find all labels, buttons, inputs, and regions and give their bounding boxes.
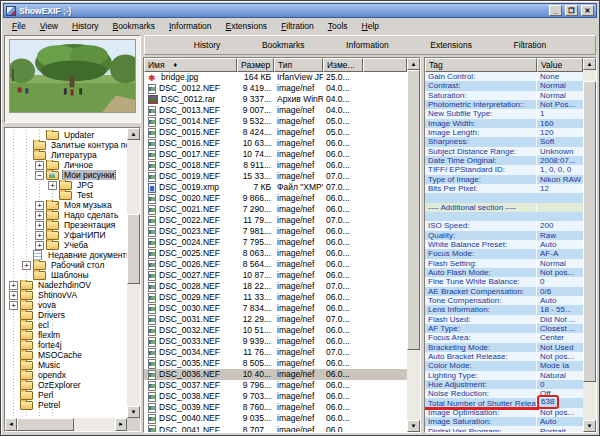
scroll-up-icon[interactable]: ▲ — [583, 58, 596, 70]
tag-row[interactable]: Bits Per Pixel: 12 — [425, 184, 583, 193]
tree-horizontal-scrollbar[interactable]: ◄ ► — [5, 418, 127, 431]
maximize-button[interactable]: ❐ — [565, 5, 578, 16]
tree-item[interactable]: opendx — [5, 370, 140, 380]
tree-expander[interactable]: + — [35, 221, 44, 230]
tag-row[interactable]: AF Type: Closest ... — [425, 324, 583, 333]
tree-expander[interactable]: + — [35, 161, 44, 170]
tree-item[interactable]: + УфаНИПИ — [5, 230, 140, 240]
tree-item[interactable]: + Моя музыка — [5, 200, 140, 210]
tree-item[interactable]: Drivers — [5, 310, 140, 320]
tag-row[interactable]: Auto Flash Mode: Not pos... — [425, 268, 583, 277]
file-row[interactable]: DSC_0012.rar 9 337... Архив WinR... 04.0… — [144, 94, 407, 105]
scroll-thumb[interactable] — [583, 81, 596, 382]
scroll-left-icon[interactable]: ◄ — [5, 418, 17, 431]
tree-item[interactable]: Литература — [5, 150, 140, 160]
close-button[interactable]: ✕ — [581, 5, 594, 16]
file-row[interactable]: DSC_0019.NEF 15 33... image/nef 07.0... — [144, 171, 407, 182]
scroll-down-icon[interactable]: ▼ — [127, 406, 140, 418]
column-header-value[interactable]: Value — [537, 58, 583, 72]
tag-row[interactable]: Photometric Interpretation:: Not Pos... — [425, 100, 583, 109]
tree-item[interactable]: Недавние документы — [5, 250, 140, 260]
tab-item[interactable]: History — [188, 38, 226, 52]
tag-row[interactable]: Image Width: 160 — [425, 119, 583, 128]
tree-expander[interactable]: + — [35, 201, 44, 210]
tree-item[interactable]: + NadezhdinOV — [5, 280, 140, 290]
file-row[interactable]: DSC_0038.NEF 9 703... image/nef 06.0... — [144, 391, 407, 402]
file-row[interactable]: DSC_0040.NEF 9 035... image/nef 06.0... — [144, 413, 407, 424]
tag-row[interactable]: Bracketing Mode: Not Used — [425, 343, 583, 352]
file-row[interactable]: DSC_0019.xmp 7 КБ Файл "XMP" 07.0... — [144, 182, 407, 193]
tree-expander[interactable]: + — [35, 211, 44, 220]
tag-row[interactable] — [425, 212, 583, 221]
tree-item[interactable]: + Рабочий стол — [5, 260, 140, 270]
tag-row[interactable]: TIFF/ EPStandard ID: 1, 0, 0, 0 — [425, 165, 583, 174]
column-header-name[interactable]: Имя♦ — [144, 58, 237, 72]
tag-row[interactable]: Fine Tune White Balance: 0 — [425, 277, 583, 286]
tree-item[interactable]: MSOCache — [5, 350, 140, 360]
tag-row[interactable]: Color Mode: Mode Ia — [425, 361, 583, 370]
tree-item[interactable]: ecl — [5, 320, 140, 330]
file-row[interactable]: DSC_0032.NEF 10 51... image/nef 06.0... — [144, 325, 407, 336]
tree-item[interactable]: − Мои рисунки — [5, 170, 140, 180]
column-header-tag[interactable]: Tag — [425, 58, 537, 72]
menu-item[interactable]: File — [6, 20, 32, 32]
file-row[interactable]: DSC_0041.NEF 8 707... image/nef 06.0... — [144, 425, 407, 433]
tag-row[interactable]: Tone Compensation: Auto — [425, 296, 583, 305]
file-row[interactable]: DSC_0026.NEF 8 564... image/nef 06.0... — [144, 259, 407, 270]
scroll-track[interactable] — [583, 70, 596, 420]
menu-item[interactable]: Tools — [322, 20, 354, 32]
tag-row[interactable]: Date Time Original: 2008:07... — [425, 156, 583, 165]
file-row[interactable]: DSC_0020.NEF 9 866... image/nef 06.0... — [144, 193, 407, 204]
scroll-right-icon[interactable]: ► — [115, 418, 127, 431]
tree-item[interactable]: Petrel — [5, 400, 140, 410]
file-row[interactable]: DSC_0030.NEF 7 834... image/nef 06.0... — [144, 303, 407, 314]
tab-item[interactable]: Bookmarks — [256, 38, 311, 52]
file-row[interactable]: DSC_0039.NEF 8 760... image/nef 06.0... — [144, 402, 407, 413]
minimize-button[interactable]: _ — [549, 5, 562, 16]
tag-row[interactable]: Auto Bracket Release: Not pos... — [425, 352, 583, 361]
tree-item[interactable]: Music — [5, 360, 140, 370]
tree-item[interactable]: + Личное — [5, 160, 140, 170]
tag-row[interactable]: AE Bracket Compensation: 0/6 — [425, 287, 583, 296]
tree-expander[interactable]: + — [9, 291, 18, 300]
tree-expander[interactable]: + — [9, 281, 18, 290]
scroll-up-icon[interactable]: ▲ — [127, 128, 140, 140]
menu-item[interactable]: Help — [356, 20, 385, 32]
file-row[interactable]: DSC_0016.NEF 10 63... image/nef 06.0... — [144, 138, 407, 149]
tab-item[interactable]: Extensions — [424, 38, 478, 52]
tag-row[interactable]: Sharpness: Soft — [425, 137, 583, 146]
scroll-thumb[interactable] — [17, 418, 74, 431]
menu-item[interactable]: Filtration — [275, 20, 320, 32]
file-row[interactable]: DSC_0029.NEF 11 33... image/nef 06.0... — [144, 292, 407, 303]
tag-row[interactable]: Type of Image: Nikon RAW — [425, 175, 583, 184]
tree-item[interactable]: flexlm — [5, 330, 140, 340]
file-row[interactable]: DSC_0034.NEF 11 76... image/nef 07.0... — [144, 347, 407, 358]
title-bar[interactable]: ShowEXIF ;-) _ ❐ ✕ — [3, 3, 597, 18]
tree-item[interactable]: + vova — [5, 300, 140, 310]
tag-row[interactable]: Subject Distance Range: Unknown — [425, 147, 583, 156]
scroll-track[interactable] — [407, 70, 420, 420]
file-list-scrollbar[interactable]: ▲ ▼ — [407, 58, 420, 432]
tag-row[interactable]: Focus Mode: AF-A — [425, 249, 583, 258]
menu-item[interactable]: History — [66, 20, 104, 32]
tree-item[interactable]: + Учеба — [5, 240, 140, 250]
scroll-track[interactable] — [17, 418, 115, 431]
file-row[interactable]: DSC_0031.NEF 12 29... image/nef 07.0... — [144, 314, 407, 325]
tree-expander[interactable]: + — [48, 181, 57, 190]
file-row[interactable]: DSC_0013.NEF 9 007... image/nef 04.0... — [144, 105, 407, 116]
file-row[interactable]: DSC_0023.NEF 7 981... image/nef 06.0... — [144, 226, 407, 237]
menu-item[interactable]: Information — [163, 20, 218, 32]
tag-table-scrollbar[interactable]: ▲ ▼ — [583, 58, 596, 432]
tree-item[interactable]: + JPG — [5, 180, 140, 190]
scroll-up-icon[interactable]: ▲ — [407, 58, 420, 70]
tree-expander[interactable]: + — [35, 241, 44, 250]
file-row[interactable]: DSC_0037.NEF 9 796... image/nef 06.0... — [144, 380, 407, 391]
file-row[interactable]: DSC_0035.NEF 8 505... image/nef 06.0... — [144, 358, 407, 369]
tree-item[interactable]: Залитые контура по пла — [5, 140, 140, 150]
tree-item[interactable]: Updater — [5, 130, 140, 140]
file-row[interactable]: DSC_0025.NEF 8 063... image/nef 06.0... — [144, 248, 407, 259]
tag-row[interactable]: Gain Control: None — [425, 72, 583, 81]
menu-item[interactable]: Bookmarks — [106, 20, 161, 32]
tree-expander[interactable]: + — [35, 231, 44, 240]
tab-item[interactable]: Information — [340, 38, 395, 52]
